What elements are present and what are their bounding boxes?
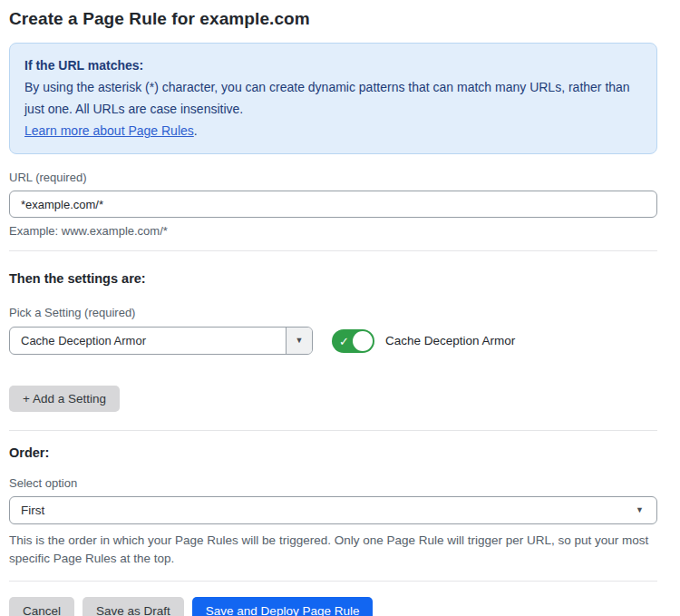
settings-heading: Then the settings are: [9,271,657,286]
url-input[interactable] [9,191,657,218]
order-heading: Order: [9,445,657,460]
toggle-knob [353,331,373,351]
setting-toggle-label: Cache Deception Armor [385,334,515,347]
page-rule-form: Create a Page Rule for example.com If th… [9,0,657,616]
order-helper: This is the order in which your Page Rul… [9,532,657,568]
info-box-heading: If the URL matches: [24,54,642,76]
save-deploy-button[interactable]: Save and Deploy Page Rule [192,597,374,616]
setting-row: Cache Deception Armor ▼ ✓ Cache Deceptio… [9,327,657,355]
setting-picker-arrow-button[interactable]: ▼ [286,328,312,354]
setting-toggle[interactable]: ✓ [332,329,374,353]
divider [9,581,657,582]
info-box-body: By using the asterisk (*) character, you… [24,76,642,120]
url-match-info-box: If the URL matches: By using the asteris… [9,43,657,154]
add-setting-button[interactable]: + Add a Setting [9,386,120,412]
order-select-value: First [21,504,44,517]
info-link-line: Learn more about Page Rules. [24,120,642,142]
link-suffix: . [194,123,198,138]
divider [9,430,657,431]
page-title: Create a Page Rule for example.com [9,9,657,29]
order-select-label: Select option [9,476,657,490]
save-draft-button[interactable]: Save as Draft [83,597,184,616]
setting-picker-label: Pick a Setting (required) [9,306,657,319]
cancel-button[interactable]: Cancel [9,597,74,616]
check-icon: ✓ [339,335,349,347]
caret-down-icon: ▼ [296,337,304,345]
url-label: URL (required) [9,171,657,184]
setting-picker-dropdown[interactable]: Cache Deception Armor ▼ [9,327,313,355]
url-helper: Example: www.example.com/* [9,224,657,238]
page-rules-link[interactable]: Learn more about Page Rules [24,123,194,138]
divider [9,250,657,251]
caret-down-icon: ▼ [636,506,644,514]
actions-row: Cancel Save as Draft Save and Deploy Pag… [9,597,657,616]
setting-picker-value: Cache Deception Armor [10,328,286,354]
order-select-dropdown[interactable]: First ▼ [9,496,657,524]
